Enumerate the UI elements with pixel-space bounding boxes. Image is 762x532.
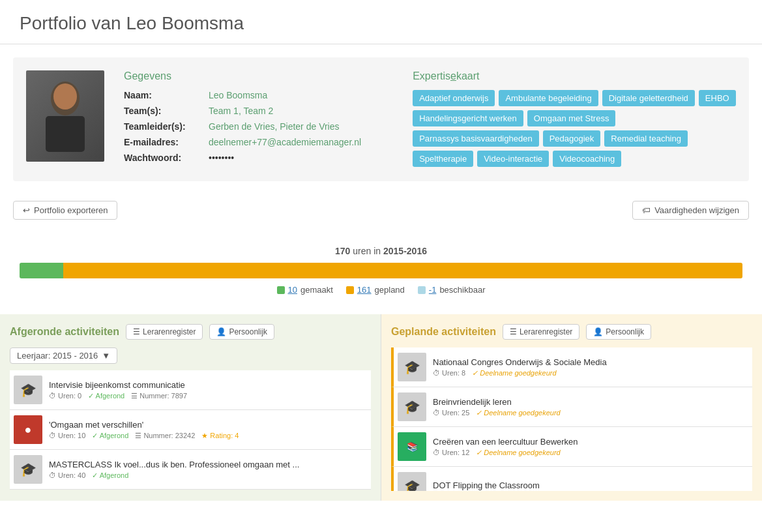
list-icon: ☰: [510, 327, 517, 336]
svg-point-2: [53, 83, 77, 110]
number-meta: ☰ Nummer: 23242: [135, 432, 195, 440]
tag-video-interactie: Video-interactie: [477, 151, 549, 167]
legend-beschikbaar: -1 beschikbaar: [418, 285, 486, 295]
graduation-cap-icon: 🎓: [20, 462, 37, 477]
svg-text:📚: 📚: [407, 441, 418, 452]
planned-lerarenregister-tab[interactable]: ☰ Lerarenregister: [503, 324, 579, 340]
tag-ambulante: Ambulante begeleiding: [499, 90, 598, 106]
name-label: Naam:: [124, 90, 209, 100]
teamleider-value: Gerben de Vries, Pieter de Vries: [209, 121, 340, 132]
activity-meta: ⏱ Uren: 0 ✓ Afgerond ☰ Nummer: 7897: [49, 392, 367, 400]
activity-title: Nationaal Congres Onderwijs & Sociale Me…: [433, 357, 748, 367]
planned-persoonlijk-tab[interactable]: 👤 Persoonlijk: [586, 324, 651, 340]
legend-gemaakt: 10 gemaakt: [277, 285, 333, 295]
activity-content: Creëren van een leercultuur Bewerken ⏱ U…: [433, 437, 748, 457]
hours-meta: ⏱ Uren: 25: [433, 409, 469, 417]
profile-details: Gegevens Naam: Leo Boomsma Team(s): Team…: [124, 70, 393, 168]
status-meta: ✓ Deelname goedgekeurd: [472, 369, 556, 377]
name-value: Leo Boomsma: [209, 90, 267, 100]
completed-persoonlijk-tab[interactable]: 👤 Persoonlijk: [209, 324, 274, 340]
activity-meta: ⏱ Uren: 10 ✓ Afgerond ☰ Nummer: 23242 ★ …: [49, 432, 367, 440]
expertise-section: Expertisekaart Adaptief onderwijs Ambula…: [413, 70, 736, 167]
password-label: Wachtwoord:: [124, 153, 209, 163]
email-row: E-mailadres: deelnemer+77@academiemanage…: [124, 137, 393, 147]
tag-icon: 🏷: [642, 205, 651, 215]
table-row: 📚 Creëren van een leercultuur Bewerken ⏱…: [391, 427, 752, 467]
edit-skills-button[interactable]: 🏷 Vaardigheden wijzigen: [632, 201, 749, 220]
profile-actions: ↩ Portfolio exporteren 🏷 Vaardigheden wi…: [13, 194, 749, 226]
progress-green: [20, 263, 63, 278]
tag-omgaan: Omgaan met Stress: [527, 110, 616, 126]
planned-scrollable[interactable]: 🎓 Nationaal Congres Onderwijs & Sociale …: [391, 347, 752, 491]
activity-title: 'Omgaan met verschillen': [49, 420, 367, 430]
teams-value: Team 1, Team 2: [209, 106, 273, 116]
person-icon: 👤: [216, 327, 226, 336]
legend-orange-count[interactable]: 161: [357, 285, 372, 295]
expertise-title: Expertisekaart: [413, 70, 736, 82]
teamleider-label: Teamleider(s):: [124, 121, 209, 132]
activity-meta: ⏱ Uren: 25 ✓ Deelname goedgekeurd: [433, 409, 748, 417]
activity-content: MASTERCLASS Ik voel...dus ik ben. Profes…: [49, 460, 367, 480]
graduation-cap-icon: 🎓: [404, 359, 420, 375]
activity-title: Intervisie bijeenkomst communicatie: [49, 380, 367, 390]
hours-meta: ⏱ Uren: 12: [433, 449, 469, 457]
rating-meta: ★ Rating: 4: [201, 432, 239, 440]
table-row: 🎓 Breinvriendelijk leren ⏱ Uren: 25 ✓ De…: [391, 387, 752, 427]
graduation-cap-icon: 🎓: [20, 382, 37, 398]
stats-section: 170 uren in 2015-2016 10 gemaakt 161 gep…: [0, 233, 762, 308]
status-meta: ✓ Deelname goedgekeurd: [476, 449, 560, 457]
teamleider-row: Teamleider(s): Gerben de Vries, Pieter d…: [124, 121, 393, 132]
planned-header: Geplande activiteiten ☰ Lerarenregister …: [391, 324, 752, 340]
name-row: Naam: Leo Boomsma: [124, 90, 393, 100]
hours-meta: ⏱ Uren: 0: [49, 392, 81, 400]
email-label: E-mailadres:: [124, 137, 209, 147]
export-portfolio-button[interactable]: ↩ Portfolio exporteren: [13, 201, 117, 220]
status-meta: ✓ Afgerond: [88, 392, 125, 400]
planned-title: Geplande activiteiten: [391, 326, 496, 338]
gegevens-title: Gegevens: [124, 70, 393, 82]
activity-meta: ⏱ Uren: 8 ✓ Deelname goedgekeurd: [433, 369, 748, 377]
password-value: ••••••••: [209, 153, 234, 163]
status-meta: ✓ Afgerond: [92, 432, 128, 440]
legend-green-count[interactable]: 10: [288, 285, 297, 295]
activity-icon: 📚: [398, 432, 426, 461]
tag-parnassys: Parnassys basisvaardigheden: [413, 130, 538, 147]
tag-ehbo: EHBO: [699, 90, 736, 106]
table-row: 🎓 Nationaal Congres Onderwijs & Sociale …: [391, 347, 752, 387]
legend-dot-green: [277, 286, 285, 294]
activity-icon: 🎓: [398, 472, 426, 491]
completed-lerarenregister-tab[interactable]: ☰ Lerarenregister: [126, 324, 203, 340]
learning-icon: 📚: [402, 437, 422, 456]
person-icon: 👤: [593, 327, 603, 336]
year-selector[interactable]: Leerjaar: 2015 - 2016 ▼: [10, 347, 117, 364]
activity-title: Creëren van een leercultuur Bewerken: [433, 437, 748, 447]
hours-meta: ⏱ Uren: 8: [433, 369, 465, 377]
planned-panel: Geplande activiteiten ☰ Lerarenregister …: [381, 314, 762, 501]
tag-adaptief: Adaptief onderwijs: [413, 90, 495, 106]
activity-icon: ●: [14, 415, 42, 444]
completed-title: Afgeronde activiteiten: [10, 326, 119, 338]
activity-content: DOT Flipping the Classroom: [433, 480, 748, 491]
svg-rect-1: [46, 116, 85, 152]
page-title: Portfolio van Leo Boomsma: [0, 0, 762, 44]
tag-digitale: Digitale geletterdheid: [602, 90, 695, 106]
activity-meta: ⏱ Uren: 40 ✓ Afgerond: [49, 471, 367, 480]
activity-icon: 🎓: [14, 455, 42, 484]
tag-videocoaching: Videocoaching: [553, 151, 621, 167]
list-icon: ☰: [133, 327, 140, 336]
status-meta: ✓ Afgerond: [92, 471, 128, 480]
progress-legend: 10 gemaakt 161 gepland -1 beschikbaar: [20, 285, 742, 295]
graduation-cap-icon: 🎓: [404, 399, 420, 415]
activity-content: 'Omgaan met verschillen' ⏱ Uren: 10 ✓ Af…: [49, 420, 367, 440]
legend-blue-count[interactable]: -1: [429, 285, 437, 295]
activity-content: Breinvriendelijk leren ⏱ Uren: 25 ✓ Deel…: [433, 397, 748, 417]
red-icon: ●: [25, 423, 32, 437]
activities-row: Afgeronde activiteiten ☰ Lerarenregister…: [0, 314, 762, 501]
tag-remedial: Remedial teaching: [604, 130, 688, 147]
activity-title: DOT Flipping the Classroom: [433, 480, 748, 490]
graduation-cap-icon: 🎓: [404, 479, 420, 491]
legend-gepland: 161 gepland: [346, 285, 405, 295]
completed-activity-list: 🎓 Intervisie bijeenkomst communicatie ⏱ …: [10, 370, 371, 490]
hours-meta: ⏱ Uren: 40: [49, 471, 85, 480]
activity-title: Breinvriendelijk leren: [433, 397, 748, 407]
